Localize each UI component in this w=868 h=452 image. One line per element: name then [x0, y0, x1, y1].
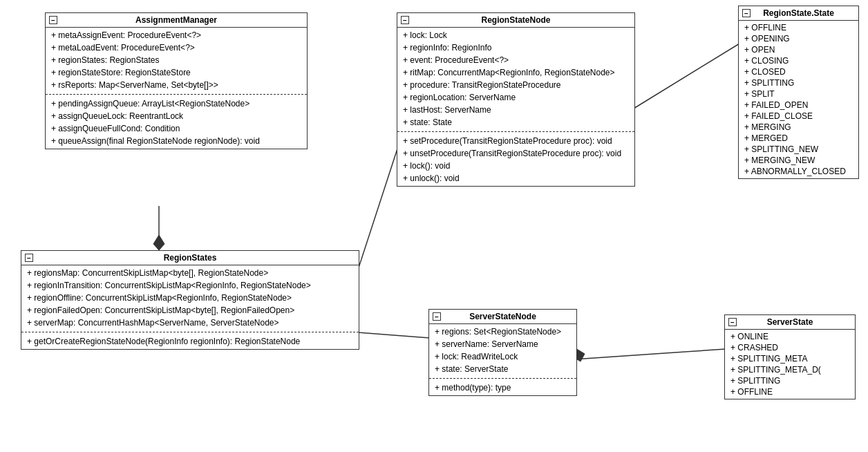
field-4: + regionStateStore: RegionStateStore [46, 66, 307, 79]
rs-field-3: + regionOffline: ConcurrentSkipListMap<R… [21, 292, 359, 304]
sse-val-6: + OFFLINE [725, 386, 855, 397]
rsn-method-1: + setProcedure(TransitRegionStateProcedu… [397, 135, 634, 147]
region-state-enum-values: + OFFLINE + OPENING + OPEN + CLOSING + C… [739, 21, 858, 178]
sse-val-1: + ONLINE [725, 331, 855, 342]
assignment-manager-methods: + pendingAssignQueue: ArrayList<RegionSt… [46, 96, 307, 149]
sse-val-4: + SPLITTING_META_D( [725, 364, 855, 375]
rse-val-8: + FAILED_OPEN [739, 100, 858, 111]
server-state-enum-values: + ONLINE + CRASHED + SPLITTING_META + SP… [725, 330, 855, 399]
rse-val-5: + CLOSED [739, 66, 858, 77]
ssn-field-2: + serverName: ServerName [429, 338, 576, 350]
rse-val-6: + SPLITTING [739, 77, 858, 88]
rs-field-1: + regionsMap: ConcurrentSkipListMap<byte… [21, 267, 359, 279]
rs-field-5: + serverMap: ConcurrentHashMap<ServerNam… [21, 317, 359, 329]
rsn-field-6: + regionLocation: ServerName [397, 91, 634, 104]
sse-val-3: + SPLITTING_META [725, 353, 855, 364]
region-states-methods: + getOrCreateRegionStateNode(RegionInfo … [21, 334, 359, 349]
region-state-enum-box: − RegionState.State + OFFLINE + OPENING … [738, 6, 859, 179]
rse-val-14: + ABNORMALLY_CLOSED [739, 166, 858, 177]
rsn-field-4: + ritMap: ConcurrentMap<RegionInfo, Regi… [397, 66, 634, 79]
server-state-enum-title: ServerState [767, 317, 813, 327]
rse-val-4: + CLOSING [739, 55, 858, 66]
rs-method-1: + getOrCreateRegionStateNode(RegionInfo … [21, 335, 359, 348]
rsn-field-3: + event: ProcedureEvent<?> [397, 54, 634, 66]
rsn-field-7: + lastHost: ServerName [397, 104, 634, 116]
rsn-field-8: + state: State [397, 116, 634, 129]
field-5: + rsReports: Map<ServerName, Set<byte[]>… [46, 79, 307, 91]
rsn-field-1: + lock: Lock [397, 29, 634, 41]
region-state-node-title: RegionStateNode [481, 15, 550, 25]
region-state-node-header: − RegionStateNode [397, 13, 634, 28]
method-1: + pendingAssignQueue: ArrayList<RegionSt… [46, 97, 307, 110]
rse-val-7: + SPLIT [739, 88, 858, 100]
field-2: + metaLoadEvent: ProcedureEvent<?> [46, 41, 307, 54]
rse-val-3: + OPEN [739, 44, 858, 55]
assignment-manager-divider [46, 94, 307, 95]
rse-val-12: + SPLITTING_NEW [739, 144, 858, 155]
rs-field-4: + regionFailedOpen: ConcurrentSkipListMa… [21, 304, 359, 317]
rs-field-2: + regionInTransition: ConcurrentSkipList… [21, 279, 359, 292]
rsn-method-4: + unlock(): void [397, 172, 634, 185]
region-state-node-box: − RegionStateNode + lock: Lock + regionI… [397, 12, 635, 187]
svg-marker-1 [153, 235, 164, 250]
region-state-node-divider [397, 131, 634, 132]
svg-line-6 [630, 41, 743, 111]
sse-val-5: + SPLITTING [725, 375, 855, 386]
server-state-node-fields: + regions: Set<RegionStateNode> + server… [429, 324, 576, 377]
rse-val-13: + MERGING_NEW [739, 155, 858, 166]
sse-val-2: + CRASHED [725, 342, 855, 353]
region-states-divider [21, 332, 359, 332]
region-state-enum-title: RegionState.State [763, 8, 834, 18]
diagram-container: − AssignmentManager + metaAssignEvent: P… [0, 0, 868, 452]
server-state-node-box: − ServerStateNode + regions: Set<RegionS… [428, 309, 577, 396]
rsn-field-2: + regionInfo: RegionInfo [397, 41, 634, 54]
method-2: + assignQueueLock: ReentrantLock [46, 110, 307, 122]
region-state-enum-collapse[interactable]: − [742, 9, 751, 17]
region-states-collapse[interactable]: − [25, 254, 33, 262]
region-state-node-fields: + lock: Lock + regionInfo: RegionInfo + … [397, 28, 634, 130]
region-states-header: − RegionStates [21, 251, 359, 265]
server-state-enum-header: − ServerState [725, 315, 855, 330]
server-state-enum-box: − ServerState + ONLINE + CRASHED + SPLIT… [724, 314, 856, 399]
server-state-node-divider [429, 378, 576, 379]
server-state-node-header: − ServerStateNode [429, 310, 576, 324]
assignment-manager-collapse[interactable]: − [49, 16, 57, 24]
svg-line-4 [349, 332, 439, 339]
region-states-box: − RegionStates + regionsMap: ConcurrentS… [21, 250, 359, 350]
rsn-method-2: + unsetProcedure(TransitRegionStateProce… [397, 147, 634, 160]
assignment-manager-box: − AssignmentManager + metaAssignEvent: P… [45, 12, 308, 149]
rsn-field-5: + procedure: TransitRegionStateProcedure [397, 79, 634, 91]
ssn-field-3: + lock: ReadWriteLock [429, 350, 576, 363]
assignment-manager-title: AssignmentManager [135, 15, 217, 25]
region-states-fields: + regionsMap: ConcurrentSkipListMap<byte… [21, 265, 359, 330]
rse-val-11: + MERGED [739, 133, 858, 144]
rsn-method-3: + lock(): void [397, 160, 634, 172]
rse-val-2: + OPENING [739, 33, 858, 44]
server-state-node-collapse[interactable]: − [433, 312, 441, 321]
method-3: + assignQueueFullCond: Condition [46, 122, 307, 135]
svg-line-7 [574, 349, 726, 359]
rse-val-10: + MERGING [739, 122, 858, 133]
region-states-title: RegionStates [164, 253, 217, 263]
ssn-field-4: + state: ServerState [429, 363, 576, 375]
server-state-enum-collapse[interactable]: − [728, 318, 737, 326]
field-1: + metaAssignEvent: ProcedureEvent<?> [46, 29, 307, 41]
rse-val-1: + OFFLINE [739, 22, 858, 33]
region-state-node-methods: + setProcedure(TransitRegionStateProcedu… [397, 133, 634, 186]
ssn-field-1: + regions: Set<RegionStateNode> [429, 326, 576, 338]
field-3: + regionStates: RegionStates [46, 54, 307, 66]
assignment-manager-header: − AssignmentManager [46, 13, 307, 28]
region-state-enum-header: − RegionState.State [739, 6, 858, 21]
assignment-manager-fields: + metaAssignEvent: ProcedureEvent<?> + m… [46, 28, 307, 93]
method-4: + queueAssign(final RegionStateNode regi… [46, 135, 307, 147]
rse-val-9: + FAILED_CLOSE [739, 111, 858, 122]
ssn-method-1: + method(type): type [429, 382, 576, 394]
region-state-node-collapse[interactable]: − [401, 16, 409, 24]
server-state-node-methods: + method(type): type [429, 380, 576, 395]
server-state-node-title: ServerStateNode [469, 312, 536, 321]
